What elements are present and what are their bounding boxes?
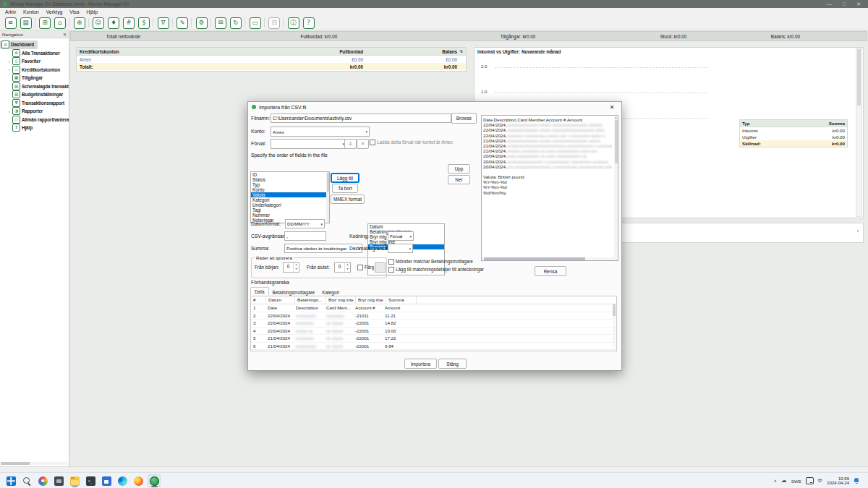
nav-item-rapporthanterare[interactable]: ▱ Allmän rapporthanterare (7, 116, 69, 124)
tab-betalningsmottagare[interactable]: Betalningsmottagare (269, 288, 319, 296)
expand-panel-icon[interactable]: › (857, 228, 859, 234)
close-button[interactable]: ✕ (856, 1, 861, 7)
table-row[interactable]: 3 22/04/2024 xxxxxxxx xx xxxxx -22001 14… (251, 320, 616, 328)
open-database-icon[interactable]: ▤ (20, 17, 32, 29)
account-dropdown[interactable]: Amex▾ (271, 127, 370, 137)
add-field-button[interactable]: Lägg till (331, 173, 359, 183)
money-manager-icon[interactable] (148, 474, 161, 487)
spin-down-icon[interactable]: ▼ (345, 267, 350, 272)
file-explorer-icon[interactable] (68, 474, 81, 487)
list-scrollbar[interactable] (326, 172, 329, 223)
sort-icon[interactable]: ⇅ (457, 49, 463, 53)
table-row[interactable]: 2 22/04/2024 xxxxxxxxx xxxxxxxx -21011 1… (251, 312, 616, 320)
close-dialog-button[interactable]: Stäng (438, 359, 467, 369)
move-up-button[interactable]: Upp (448, 164, 470, 174)
table-row[interactable]: 4 22/04/2024 xxxxx xx xx xxxxx -22001 10… (251, 328, 616, 335)
expand-arrow-icon[interactable]: › (7, 109, 12, 114)
new-file-icon[interactable]: ⊞ (39, 17, 51, 29)
match-details-checkbox[interactable]: Lägg till matchningsdetaljer till anteck… (388, 267, 484, 273)
menu-item[interactable]: Hjälp (82, 9, 101, 14)
field-option[interactable]: ID (251, 172, 329, 177)
delimiter-input[interactable]: , (284, 231, 326, 241)
chat-icon[interactable]: ✉ (215, 17, 226, 29)
about-icon[interactable]: ⓘ (288, 17, 299, 29)
blue-app-icon[interactable] (100, 474, 113, 487)
from-end-stepper[interactable]: 0 ▲▼ (334, 262, 351, 273)
pattern-match-checkbox[interactable]: Mönster matchar Betalningsmottagare (388, 259, 473, 265)
print-icon[interactable]: ⊟ (268, 17, 280, 29)
field-option[interactable]: Kategori (251, 197, 329, 202)
nav-item-schemalagda[interactable]: ▤ Schemalagda transaktioner (7, 82, 69, 91)
decimal-dropdown[interactable]: .▾ (388, 244, 413, 253)
field-option[interactable]: Datum (368, 224, 444, 229)
home-icon[interactable]: ⌂ (54, 17, 66, 29)
payees-icon[interactable]: ☺ (93, 17, 104, 29)
field-option[interactable]: Nummer (251, 213, 329, 218)
color-well[interactable] (375, 262, 386, 273)
tab-kategori[interactable]: Kategori (318, 288, 343, 296)
search-icon[interactable] (20, 474, 33, 487)
checkbox-icon[interactable] (388, 259, 394, 265)
mmex-format-button[interactable]: MMEX format (331, 194, 365, 204)
table-row[interactable]: 7 21/04/2024 xxxxx xx xx xxxxx -22001 2.… (251, 350, 616, 351)
nav-item-tillgangar[interactable]: ▦ Tillgångar (7, 74, 69, 82)
navigation-close-icon[interactable]: ✕ (63, 32, 67, 37)
encoding-dropdown[interactable]: Förval▾ (388, 231, 414, 241)
fullscreen-icon[interactable]: ▭ (250, 17, 261, 29)
filter-icon[interactable]: ∇ (158, 17, 169, 29)
clock[interactable]: 10:56 2024-04-24 (827, 476, 849, 486)
table-row[interactable]: 5 21/04/2024 xxxxxxxx xx xxxxx -22001 17… (251, 335, 616, 343)
field-option[interactable]: Konto (251, 187, 329, 192)
col-fullbordad[interactable]: Fullbordad (276, 49, 363, 54)
menu-item[interactable]: Verktyg (43, 9, 67, 14)
minimize-button[interactable]: — (827, 1, 832, 7)
terminal-icon[interactable]: >_ (84, 474, 97, 487)
nav-item-rapporter[interactable]: › ◑ Rapporter (7, 107, 69, 116)
checkbox-icon[interactable] (370, 140, 375, 145)
table-row[interactable]: 1 Date Description Card Mem... Account #… (251, 304, 616, 312)
checkbox-icon[interactable] (388, 267, 394, 273)
dark-app-icon[interactable] (52, 474, 65, 487)
csv-vertical-scrollbar[interactable]: ▲ (614, 116, 618, 260)
account-row-amex[interactable]: Amex £0.00 £0.00 (77, 56, 466, 63)
ime-icon[interactable] (806, 477, 814, 484)
save-preset-icon[interactable]: ⇩ (344, 139, 357, 149)
language-indicator[interactable]: SWE (791, 479, 801, 484)
dateformat-dropdown[interactable]: DD/MM/YY▾ (285, 219, 325, 228)
tray-chevron-icon[interactable]: ∧ (774, 479, 777, 483)
menu-item[interactable]: Visa (66, 9, 82, 14)
account-row-total[interactable]: Totalt: kr0.00 kr0.00 (77, 63, 466, 70)
csv-horizontal-scrollbar[interactable] (482, 257, 614, 260)
dialog-close-icon[interactable]: ✕ (606, 104, 618, 111)
spin-down-icon[interactable]: ▼ (294, 267, 299, 272)
field-option[interactable]: Typ (251, 182, 329, 187)
color-checkbox[interactable]: Färg (357, 265, 374, 270)
nav-item-kreditkortskonton[interactable]: › ▭ Kreditkortskonton (7, 66, 69, 74)
field-option[interactable]: Status (251, 177, 329, 182)
categories-icon[interactable]: ♦ (108, 17, 119, 29)
stocks-icon[interactable]: $ (138, 17, 150, 29)
move-down-button[interactable]: Ner (448, 175, 470, 184)
from-start-stepper[interactable]: 0 ▲▼ (283, 262, 299, 273)
field-option[interactable]: Tagi (251, 207, 329, 213)
load-preset-checkbox[interactable]: Ladda detta förval när kontot är Amex (370, 140, 464, 145)
expand-arrow-icon[interactable]: › (7, 67, 12, 72)
expand-arrow-icon[interactable]: › (7, 59, 12, 64)
transaction-report-icon[interactable]: ✎ (176, 17, 188, 29)
refresh-icon[interactable]: ↻ (230, 17, 242, 29)
available-fields-list[interactable]: IDStatusTypKontoValutaKategoriUnderkateg… (250, 171, 330, 223)
nav-item-transaktionsrapport[interactable]: ∇ Transaktionsrapport (7, 99, 69, 108)
onedrive-cloud-icon[interactable]: ☁ (781, 478, 787, 484)
maximize-button[interactable]: □ (843, 1, 846, 7)
main-vertical-scrollbar[interactable] (856, 48, 862, 217)
firefox-browser-icon[interactable] (132, 474, 145, 487)
nav-item-hjalp[interactable]: ? Hjälp (7, 124, 69, 132)
checkbox-icon[interactable] (357, 265, 363, 270)
menu-item[interactable]: Arkiv (1, 9, 20, 14)
new-transaction-icon[interactable]: ⊕ (74, 17, 85, 29)
field-option[interactable]: Valuta (251, 192, 329, 197)
menu-item[interactable]: Konton (20, 9, 43, 14)
tab-data[interactable]: Data (250, 287, 269, 296)
nav-item-favoriter[interactable]: › ▯ Favoriter (7, 57, 69, 66)
help-icon[interactable]: ? (303, 17, 315, 29)
